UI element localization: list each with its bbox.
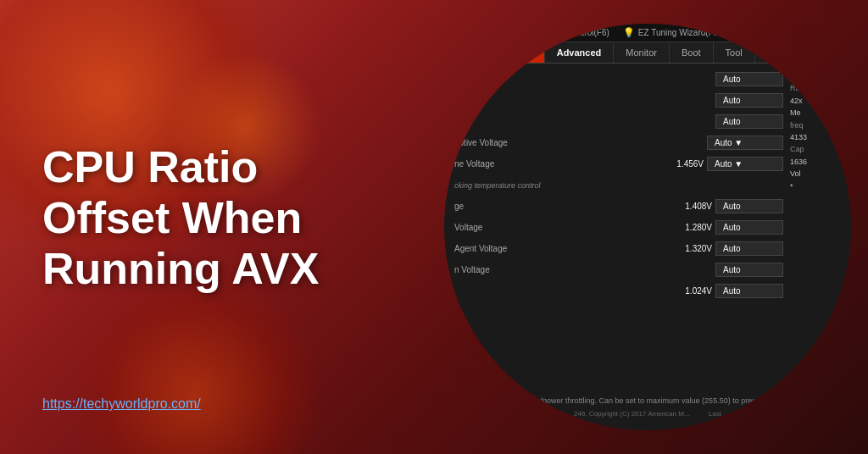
- qfan-label: Qfan Control(F6): [546, 28, 609, 37]
- right-info-ratio-value: 42x: [790, 95, 841, 107]
- auto1-value[interactable]: Auto: [715, 93, 783, 108]
- tab-more[interactable]: E...: [755, 42, 794, 63]
- bios-menubar: ★ MyFavorite(F3) ⚙ Qfan Control(F6) 💡 EZ…: [444, 24, 851, 42]
- bios-copyright: 246. Copyright (C) 2017 American M... La…: [444, 410, 851, 418]
- right-info-freq-label: freq: [790, 119, 841, 131]
- n-voltage-value[interactable]: Auto: [715, 263, 783, 277]
- bios-row-n-voltage: n Voltage Auto: [454, 261, 783, 278]
- right-info-cap-value: 1636: [790, 156, 841, 168]
- star-icon: ★: [451, 27, 459, 38]
- bios-row-temp-control: cking temperature control: [454, 176, 783, 193]
- voltage-1456-reading: 1.456V: [676, 159, 704, 169]
- page-title: CPU RatioOffset WhenRunning AVX: [42, 142, 449, 294]
- bios-footer-text: current limit for frequency/power thrott…: [454, 396, 798, 405]
- bios-right-panel: 10. Ratio 42x Me freq 4133 Cap 1636 Vol …: [790, 70, 841, 303]
- nit-max-value[interactable]: Auto: [715, 72, 783, 86]
- row-1320-label: Agent Voltage: [454, 244, 685, 253]
- right-info-ratio-label: Ratio: [790, 82, 841, 94]
- adaptive-value[interactable]: Auto ▼: [707, 136, 783, 150]
- copyright-text: 246. Copyright (C) 2017 American M...: [574, 410, 690, 418]
- voltage-1408-reading: 1.408V: [685, 202, 712, 211]
- bios-row-adaptive: aptive Voltage Auto ▼: [454, 134, 783, 151]
- bios-screenshot-circle: ★ MyFavorite(F3) ⚙ Qfan Control(F6) 💡 EZ…: [444, 24, 851, 430]
- voltage-1320-reading: 1.320V: [685, 244, 712, 253]
- bios-content: nit Max. Auto Auto tio Auto aptive Volta…: [444, 64, 851, 310]
- left-content: CPU RatioOffset WhenRunning AVX https://…: [42, 0, 449, 454]
- tab-advanced[interactable]: Advanced: [545, 42, 615, 63]
- bios-row-1280: Voltage 1.280V Auto: [454, 219, 783, 235]
- bios-row-auto1: Auto: [454, 91, 783, 108]
- row-1280-label: Voltage: [454, 223, 685, 232]
- row-1320-value[interactable]: Auto: [715, 241, 783, 256]
- website-link[interactable]: https://techyworldpro.com/: [42, 396, 201, 412]
- ez-tuning-menu[interactable]: 💡 EZ Tuning Wizard(F11): [623, 27, 726, 38]
- row-1280-value[interactable]: Auto: [715, 220, 783, 235]
- ez-tuning-label: EZ Tuning Wizard(F11): [638, 28, 726, 37]
- bios-footer: current limit for frequency/power thrott…: [444, 396, 851, 405]
- right-info-cap-label: Cap: [790, 143, 841, 155]
- last-label: Last: [709, 410, 721, 418]
- bios-row-tio: tio Auto: [454, 113, 783, 130]
- fan-icon: ⚙: [534, 27, 542, 38]
- right-info-content: 10. Ratio 42x Me freq 4133 Cap 1636 Vol …: [790, 70, 841, 192]
- tio-label: tio: [454, 117, 715, 126]
- tab-boot[interactable]: Boot: [670, 42, 714, 63]
- bios-nav: Extreme Tweaker Advanced Monitor Boot To…: [444, 42, 851, 64]
- adaptive-label: aptive Voltage: [454, 138, 707, 147]
- right-info-asterisk: *: [790, 180, 841, 192]
- bios-row-voltage-1456: ne Voltage 1.456V Auto ▼: [454, 155, 783, 172]
- bios-row-1320: Agent Voltage 1.320V Auto: [454, 240, 783, 257]
- bios-row-1408: ge 1.408V Auto: [454, 197, 783, 214]
- right-info-vol-label: Vol: [790, 168, 841, 180]
- tab-extreme-tweaker[interactable]: Extreme Tweaker: [444, 42, 545, 63]
- right-info-freq-value: 4133: [790, 131, 841, 143]
- qfan-menu[interactable]: ⚙ Qfan Control(F6): [534, 27, 609, 38]
- right-info-line1: 10.: [790, 70, 841, 82]
- bios-row-1024: 1.024V Auto: [454, 282, 783, 299]
- nit-max-label: nit Max.: [454, 75, 715, 84]
- voltage-1456-label: ne Voltage: [454, 159, 676, 169]
- right-info-me-label: Me: [790, 107, 841, 119]
- temp-control-label: cking temperature control: [454, 181, 783, 190]
- bios-screen: ★ MyFavorite(F3) ⚙ Qfan Control(F6) 💡 EZ…: [444, 24, 851, 430]
- voltage-1280-reading: 1.280V: [685, 223, 712, 232]
- bulb-icon: 💡: [623, 27, 635, 38]
- voltage-1456-value[interactable]: Auto ▼: [707, 157, 783, 171]
- row-1408-value[interactable]: Auto: [715, 199, 783, 213]
- row-1408-label: ge: [454, 202, 685, 211]
- tio-value[interactable]: Auto: [715, 114, 783, 129]
- myfavorite-menu[interactable]: ★ MyFavorite(F3): [451, 27, 520, 38]
- bios-row-nit-max: nit Max. Auto: [454, 70, 783, 87]
- row-1024-value[interactable]: Auto: [715, 284, 783, 298]
- tab-monitor[interactable]: Monitor: [614, 42, 670, 63]
- n-voltage-label: n Voltage: [454, 265, 715, 274]
- bios-main-panel: nit Max. Auto Auto tio Auto aptive Volta…: [454, 70, 783, 303]
- voltage-1024-reading: 1.024V: [685, 286, 712, 296]
- tab-tool[interactable]: Tool: [714, 42, 755, 63]
- myfavorite-label: MyFavorite(F3): [463, 28, 520, 37]
